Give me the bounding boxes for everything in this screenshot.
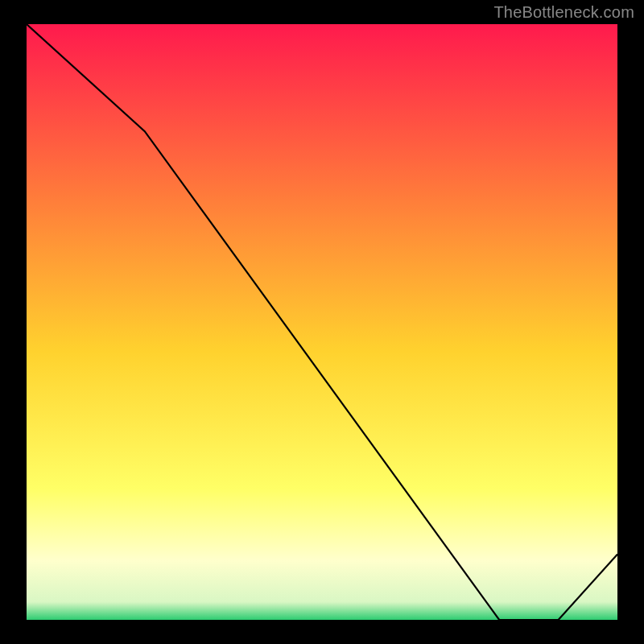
plot-area <box>27 24 617 620</box>
chart-line-layer <box>27 24 617 620</box>
chart-line <box>27 24 617 620</box>
watermark-text: TheBottleneck.com <box>493 3 634 22</box>
chart-frame: TheBottleneck.com <box>0 0 644 644</box>
